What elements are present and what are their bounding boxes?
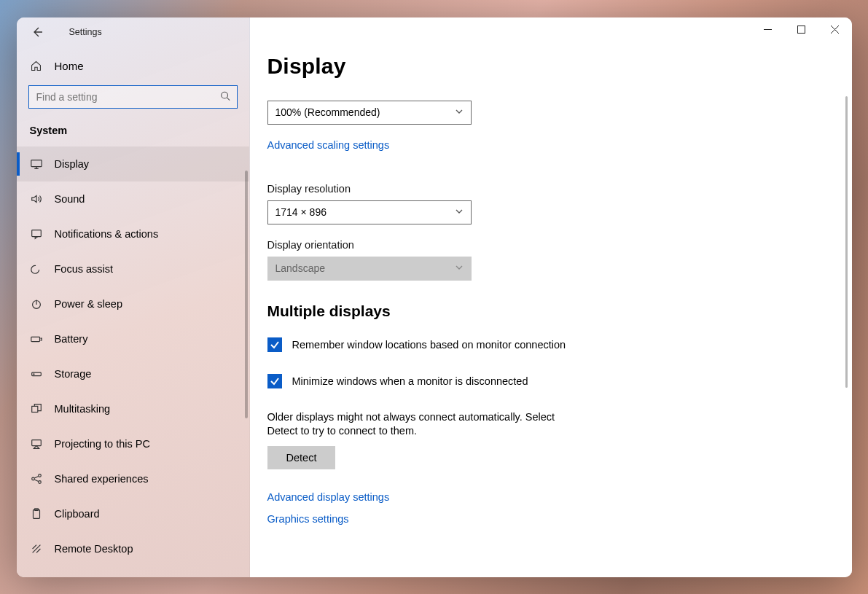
sidebar-item-label: Battery [55,333,88,345]
orientation-select: Landscape [267,257,472,281]
back-button[interactable] [27,22,47,42]
minimize-button[interactable] [751,17,785,42]
sidebar-item-label: Clipboard [55,508,100,520]
home-icon [30,60,43,72]
sidebar-item-multitasking[interactable]: Multitasking [17,391,249,426]
titlebar-left: Settings [17,17,249,47]
orientation-label: Display orientation [267,239,614,251]
sidebar-item-home[interactable]: Home [17,47,249,85]
projecting-icon [30,437,43,450]
minimize-disconnect-label: Minimize windows when a monitor is disco… [292,375,528,387]
sound-icon [30,192,43,206]
sidebar-item-notifications[interactable]: Notifications & actions [17,216,249,251]
resolution-select-value: 1714 × 896 [275,206,327,218]
sidebar-item-label: Multitasking [55,403,111,415]
remember-windows-checkbox-row[interactable]: Remember window locations based on monit… [267,337,614,352]
sidebar-item-projecting[interactable]: Projecting to this PC [17,426,249,461]
sidebar-item-clipboard[interactable]: Clipboard [17,496,249,531]
svg-rect-8 [31,439,41,445]
detect-button[interactable]: Detect [267,446,336,469]
svg-point-11 [38,480,41,483]
close-icon [831,26,839,34]
sidebar-item-remote-desktop[interactable]: Remote Desktop [17,531,249,566]
multiple-displays-heading: Multiple displays [267,302,614,320]
resolution-label: Display resolution [267,183,614,195]
svg-rect-7 [31,406,37,412]
svg-rect-4 [31,337,39,341]
sidebar-item-label: Remote Desktop [55,543,133,555]
svg-rect-1 [31,160,41,166]
notifications-icon [30,227,43,241]
shared-experiences-icon [30,472,43,485]
page-title: Display [267,54,614,79]
svg-rect-2 [31,230,41,236]
sidebar-item-label: Display [55,158,90,170]
arrow-left-icon [31,26,43,38]
minimize-disconnect-checkbox-row[interactable]: Minimize windows when a monitor is disco… [267,374,614,388]
multitasking-icon [30,402,43,415]
power-icon [30,297,43,310]
orientation-select-value: Landscape [275,262,326,274]
sidebar-item-focus-assist[interactable]: Focus assist [17,251,249,286]
battery-icon [30,332,43,345]
settings-window: Settings Home System Display [17,17,852,577]
remote-desktop-icon [30,542,43,555]
sidebar-scrollbar[interactable] [245,171,248,418]
main-scrollbar[interactable] [845,96,848,388]
sidebar-item-display[interactable]: Display [17,146,249,181]
close-button[interactable] [818,17,852,42]
sidebar-item-sound[interactable]: Sound [17,181,249,216]
sidebar-item-label: Projecting to this PC [55,438,150,450]
scale-select[interactable]: 100% (Recommended) [267,101,472,125]
sidebar-nav-list: Display Sound Notifications & actions Fo… [17,146,249,577]
graphics-settings-link[interactable]: Graphics settings [267,513,614,525]
sidebar: Settings Home System Display [17,17,250,577]
chevron-down-icon [455,106,464,118]
resolution-select[interactable]: 1714 × 896 [267,200,472,224]
sidebar-item-label: Sound [55,193,85,205]
display-icon [30,157,43,171]
storage-icon [30,367,43,380]
svg-rect-14 [798,26,805,34]
detect-help-text: Older displays might not always connect … [267,410,588,439]
sidebar-group-label: System [17,117,249,146]
sidebar-item-battery[interactable]: Battery [17,321,249,356]
svg-rect-12 [33,509,39,518]
remember-windows-label: Remember window locations based on monit… [292,339,566,351]
main-pane: Display 100% (Recommended) Advanced scal… [250,17,852,577]
window-controls [751,17,852,42]
sidebar-item-label: Storage [55,368,92,380]
sidebar-item-shared-experiences[interactable]: Shared experiences [17,461,249,496]
checkbox-checked-icon [267,374,282,388]
window-title: Settings [69,27,102,37]
chevron-down-icon [455,262,464,274]
sidebar-item-label: Notifications & actions [55,228,159,240]
maximize-button[interactable] [785,17,818,42]
advanced-display-link[interactable]: Advanced display settings [267,491,614,503]
chevron-down-icon [455,206,464,218]
content-area: Display 100% (Recommended) Advanced scal… [250,17,614,577]
svg-point-10 [38,474,41,477]
scale-select-value: 100% (Recommended) [275,106,380,118]
sidebar-item-power-sleep[interactable]: Power & sleep [17,286,249,321]
svg-point-9 [31,477,34,480]
search-wrap [17,85,249,117]
sidebar-item-label: Shared experiences [55,473,149,485]
svg-point-6 [33,373,34,374]
sidebar-item-label: Home [55,60,84,72]
focus-assist-icon [30,262,43,275]
checkbox-checked-icon [267,337,282,352]
clipboard-icon [30,507,43,520]
advanced-scaling-link[interactable]: Advanced scaling settings [267,139,390,151]
sidebar-item-label: Focus assist [55,263,114,275]
search-input[interactable] [28,85,238,109]
sidebar-item-storage[interactable]: Storage [17,356,249,391]
sidebar-item-label: Power & sleep [55,298,123,310]
maximize-icon [797,26,805,34]
minimize-icon [764,26,772,34]
